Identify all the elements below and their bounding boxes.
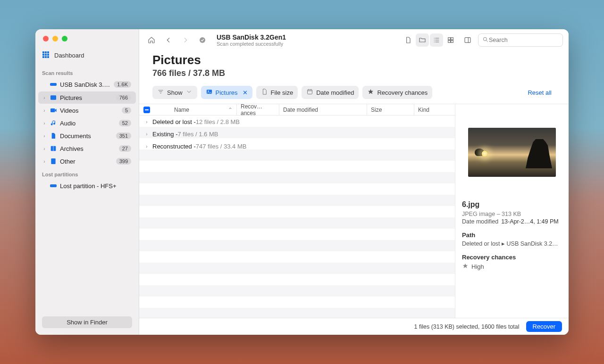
filter-icon: [157, 88, 164, 97]
zoom-window-button[interactable]: [62, 36, 67, 41]
recover-button[interactable]: Recover: [526, 321, 562, 332]
sidebar-item-other[interactable]: ›Other399: [38, 155, 136, 167]
group-info: 12 files / 2.8 MB: [196, 118, 240, 125]
sidebar-item-archives[interactable]: ›Archives27: [38, 142, 136, 155]
sidebar-item-audio[interactable]: ›Audio52: [38, 117, 136, 129]
filesize-label: File size: [271, 89, 294, 96]
back-button[interactable]: [162, 33, 175, 47]
svg-rect-24: [308, 90, 312, 94]
sidebar: Dashboard Scan results USB SanDisk 3.2… …: [35, 29, 139, 335]
view-grid-icon[interactable]: [444, 33, 457, 47]
group-row[interactable]: ›Reconstructed - 747 files / 33.4 MB: [139, 140, 455, 152]
view-folder-icon[interactable]: [416, 33, 429, 47]
svg-rect-17: [451, 38, 453, 40]
column-name[interactable]: Name ⌃: [154, 104, 237, 115]
toggle-sidebar-icon[interactable]: [461, 33, 474, 47]
device-item[interactable]: USB SanDisk 3.2… 1.6K: [38, 78, 136, 91]
view-document-icon[interactable]: [402, 33, 415, 47]
column-date[interactable]: Date modified: [279, 104, 367, 115]
group-row[interactable]: ›Existing - 7 files / 1.6 MB: [139, 128, 455, 140]
svg-point-23: [208, 91, 209, 92]
chevron-down-icon: [185, 88, 193, 97]
pictures-filter-chip[interactable]: Pictures ✕: [201, 86, 252, 99]
documents-icon: [50, 132, 57, 140]
view-list-icon[interactable]: [430, 33, 443, 47]
file-table: Name ⌃ Recov…ances Date modified Size Ki…: [139, 104, 455, 318]
svg-rect-20: [465, 38, 470, 43]
main-panel: USB SanDisk 3.2Gen1 Scan completed succe…: [139, 29, 569, 335]
svg-rect-2: [47, 51, 49, 53]
svg-rect-13: [51, 158, 55, 164]
sidebar-item-badge: 399: [116, 158, 131, 165]
home-button[interactable]: [145, 33, 158, 47]
chevron-right-icon: ›: [42, 159, 47, 164]
archives-icon: [50, 145, 57, 152]
remove-filter-icon[interactable]: ✕: [243, 89, 248, 96]
app-window: Dashboard Scan results USB SanDisk 3.2… …: [35, 29, 569, 335]
group-row[interactable]: ›Deleted or lost - 12 files / 2.8 MB: [139, 116, 455, 128]
pictures-filter-label: Pictures: [216, 89, 238, 96]
search-box[interactable]: [478, 33, 563, 47]
show-label: Show: [167, 89, 183, 96]
sidebar-item-documents[interactable]: ›Documents351: [38, 130, 136, 142]
svg-rect-11: [50, 108, 55, 112]
column-kind[interactable]: Kind: [414, 104, 455, 115]
select-all-checkbox[interactable]: [139, 107, 154, 113]
close-window-button[interactable]: [43, 36, 49, 41]
recovery-label: Recovery chances: [377, 89, 428, 96]
preview-thumbnail[interactable]: [468, 128, 556, 177]
window-controls: [35, 29, 139, 48]
drive-icon: [50, 81, 57, 88]
svg-rect-5: [47, 54, 49, 56]
star-icon: [367, 88, 374, 97]
svg-rect-4: [45, 54, 47, 56]
forward-button[interactable]: [179, 33, 192, 47]
svg-rect-16: [448, 38, 451, 40]
toolbar: USB SanDisk 3.2Gen1 Scan completed succe…: [139, 29, 569, 51]
sidebar-item-label: Videos: [60, 107, 119, 114]
videos-icon: [50, 107, 57, 114]
lost-partition-label: Lost partition - HFS+: [60, 182, 131, 190]
file-icon: [261, 88, 268, 97]
svg-rect-0: [42, 51, 44, 53]
table-body[interactable]: ›Deleted or lost - 12 files / 2.8 MB›Exi…: [139, 116, 455, 318]
show-in-finder-button[interactable]: Show in Finder: [42, 316, 132, 328]
reset-filters-link[interactable]: Reset all: [528, 89, 555, 96]
column-size[interactable]: Size: [367, 104, 414, 115]
date-filter-button[interactable]: Date modified: [302, 86, 359, 99]
show-filter-button[interactable]: Show: [152, 86, 197, 99]
dashboard-link[interactable]: Dashboard: [35, 48, 139, 66]
device-label: USB SanDisk 3.2…: [60, 81, 111, 88]
content-split: Name ⌃ Recov…ances Date modified Size Ki…: [139, 104, 569, 318]
group-name: Deleted or lost -: [152, 118, 196, 125]
recovery-filter-button[interactable]: Recovery chances: [362, 86, 432, 99]
sidebar-item-badge: 5: [122, 107, 131, 114]
svg-rect-1: [45, 51, 47, 53]
audio-icon: [50, 119, 57, 127]
column-recovery[interactable]: Recov…ances: [237, 104, 279, 115]
date-modified-label: Date modified: [462, 218, 498, 225]
page-title: Pictures: [152, 53, 555, 67]
filesize-filter-button[interactable]: File size: [256, 86, 298, 99]
minimize-window-button[interactable]: [52, 36, 58, 41]
svg-rect-3: [42, 54, 44, 56]
lost-partitions-heading: Lost partitions: [35, 168, 139, 179]
selected-type-size: JPEG image – 313 KB: [462, 211, 562, 217]
sidebar-item-badge: 766: [116, 94, 131, 101]
dashboard-label: Dashboard: [54, 52, 84, 59]
disclosure-triangle-icon: ›: [144, 119, 150, 124]
disclosure-triangle-icon: ›: [144, 132, 150, 137]
lost-partitions-list: Lost partition - HFS+: [35, 179, 139, 192]
selection-summary: 1 files (313 KB) selected, 1600 files to…: [414, 323, 520, 330]
group-name: Reconstructed -: [152, 143, 196, 150]
search-input[interactable]: [489, 37, 563, 43]
page-subtitle: 766 files / 37.8 MB: [152, 68, 555, 78]
lost-partition-item[interactable]: Lost partition - HFS+: [38, 180, 136, 192]
drive-icon: [50, 182, 57, 190]
sidebar-item-label: Archives: [60, 145, 116, 152]
toolbar-title-block: USB SanDisk 3.2Gen1 Scan completed succe…: [217, 33, 286, 47]
sidebar-item-pictures[interactable]: ›Pictures766: [38, 91, 136, 104]
svg-rect-7: [45, 56, 47, 58]
sidebar-item-videos[interactable]: ›Videos5: [38, 104, 136, 116]
chevron-right-icon: ›: [42, 121, 47, 126]
